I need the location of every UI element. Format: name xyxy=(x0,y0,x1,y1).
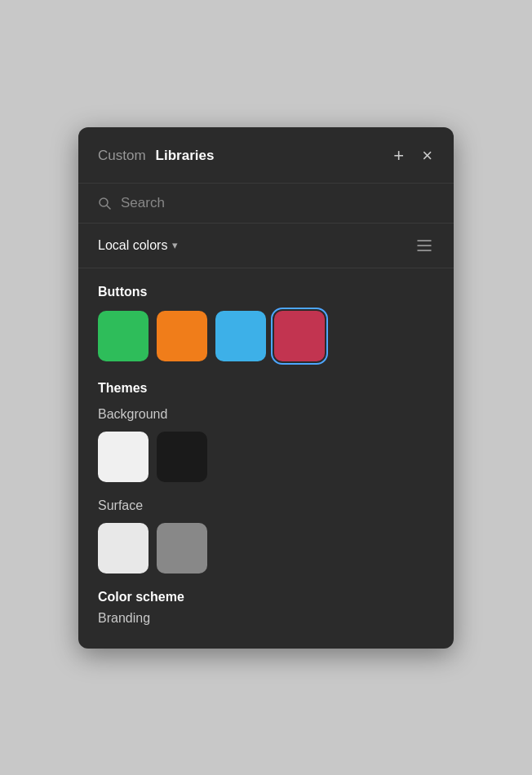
themes-section: Themes Background Surface xyxy=(98,381,434,574)
panel-content: Buttons Themes Background Surface Colo xyxy=(78,268,454,649)
surface-swatch-light[interactable] xyxy=(98,523,149,574)
local-colors-label[interactable]: Local colors ▾ xyxy=(98,238,178,253)
local-colors-bar: Local colors ▾ xyxy=(78,224,454,268)
buttons-section-title: Buttons xyxy=(98,285,434,299)
swatch-red[interactable] xyxy=(274,311,325,361)
tab-libraries[interactable]: Libraries xyxy=(156,148,215,164)
surface-label: Surface xyxy=(98,498,434,513)
themes-section-title: Themes xyxy=(98,381,434,396)
search-bar xyxy=(78,184,454,224)
panel-header: Custom Libraries + × xyxy=(78,127,454,184)
libraries-panel: Custom Libraries + × Local colors ▾ xyxy=(78,127,454,649)
close-button[interactable]: × xyxy=(420,145,434,166)
surface-swatches xyxy=(98,523,434,574)
bg-swatch-white[interactable] xyxy=(98,432,149,482)
bg-swatch-black[interactable] xyxy=(157,432,207,482)
background-swatches xyxy=(98,432,434,482)
list-view-button[interactable] xyxy=(415,237,434,255)
svg-line-1 xyxy=(107,206,110,209)
chevron-down-icon: ▾ xyxy=(172,239,178,251)
swatch-orange[interactable] xyxy=(157,311,207,361)
search-icon xyxy=(98,197,111,210)
header-actions: + × xyxy=(392,145,434,166)
color-scheme-title: Color scheme xyxy=(98,590,434,604)
buttons-swatches xyxy=(98,311,434,361)
add-button[interactable]: + xyxy=(392,145,406,166)
background-label: Background xyxy=(98,407,434,422)
search-input[interactable] xyxy=(121,195,434,211)
swatch-green[interactable] xyxy=(98,311,149,361)
branding-label: Branding xyxy=(98,611,434,626)
tab-custom[interactable]: Custom xyxy=(98,148,146,164)
surface-swatch-mid[interactable] xyxy=(157,523,207,574)
swatch-blue[interactable] xyxy=(215,311,266,361)
